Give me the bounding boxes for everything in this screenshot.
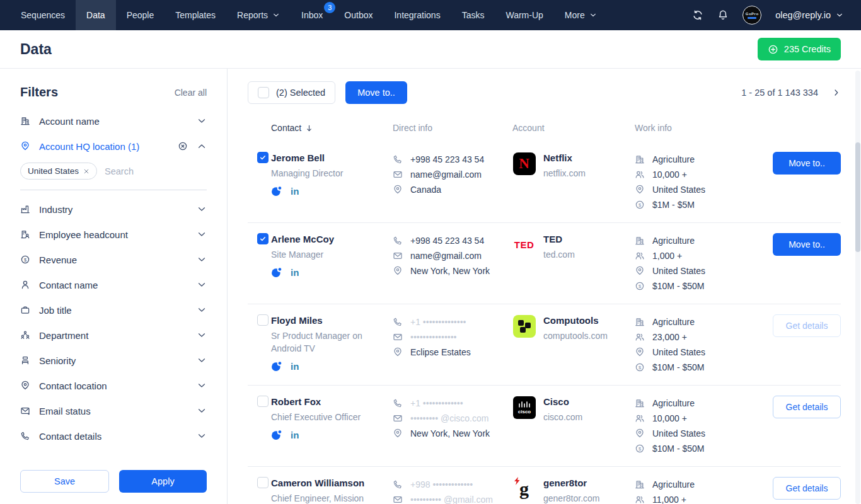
account-domain[interactable]: ted.com: [543, 248, 575, 261]
filter-label: Contact details: [39, 431, 101, 442]
crunchbase-icon[interactable]: [271, 430, 282, 440]
clear-all-link[interactable]: Clear all: [175, 88, 207, 98]
nav-item-outbox[interactable]: Outbox: [333, 0, 383, 30]
account-domain[interactable]: cisco.com: [543, 411, 582, 423]
work-info-line: 23,000 +: [635, 329, 756, 345]
filter-label: Industry: [39, 204, 72, 215]
nav-items: SequencesDataPeopleTemplatesReportsInbox…: [0, 0, 608, 30]
chevron-down-icon: [197, 381, 207, 391]
info-line: Canada: [393, 182, 512, 197]
sidebar-item-employee-headcount[interactable]: Employee headcount: [20, 222, 207, 247]
account-name[interactable]: TED: [543, 233, 575, 246]
sidebar-item-revenue[interactable]: $Revenue: [20, 247, 207, 272]
nav-item-people[interactable]: People: [116, 0, 165, 30]
sort-desc-icon: [305, 124, 313, 132]
sidebar-item-account-name[interactable]: Account name: [20, 108, 207, 134]
nav-item-inbox[interactable]: Inbox3: [291, 0, 333, 30]
sidebar-item-industry[interactable]: Industry: [20, 197, 207, 222]
sidebar-item-contact-details[interactable]: Contact details: [20, 423, 207, 449]
svg-text:$: $: [639, 202, 642, 208]
account-domain[interactable]: netflix.com: [543, 167, 586, 180]
nav-item-templates[interactable]: Templates: [165, 0, 226, 30]
sidebar-item-email-status[interactable]: Email status: [20, 398, 207, 423]
row-checkbox[interactable]: [257, 314, 269, 326]
column-header-contact[interactable]: Contact: [271, 123, 393, 133]
mail-plain-icon: [393, 413, 403, 423]
account-domain[interactable]: computools.com: [543, 329, 608, 342]
chip-remove-icon[interactable]: [83, 168, 90, 175]
crunchbase-icon[interactable]: [271, 186, 282, 197]
column-header-direct-info[interactable]: Direct info: [393, 123, 512, 133]
nav-item-warm-up[interactable]: Warm-Up: [495, 0, 553, 30]
linkedin-icon[interactable]: in: [291, 268, 299, 277]
move-to--button[interactable]: Move to..: [773, 233, 841, 256]
account-name[interactable]: Netflix: [543, 152, 586, 164]
contact-name[interactable]: Floyd Miles: [271, 314, 393, 327]
bell-icon[interactable]: [717, 9, 729, 21]
info-line: +998 •••••••••••••: [393, 477, 512, 492]
dollar-icon: $: [635, 281, 645, 291]
sidebar-item-account-hq-location-1-[interactable]: Account HQ location (1): [20, 134, 207, 159]
linkedin-icon[interactable]: in: [291, 430, 299, 440]
get-details-button[interactable]: Get details: [773, 477, 841, 500]
scrollbar-track[interactable]: [855, 71, 860, 504]
contact-name[interactable]: Arlene McCoy: [271, 233, 393, 246]
column-header-work-info[interactable]: Work info: [635, 123, 756, 133]
nav-item-reports[interactable]: Reports: [226, 0, 291, 30]
sidebar-item-department[interactable]: Department: [20, 323, 207, 348]
sidebar-item-job-title[interactable]: Job title: [20, 297, 207, 323]
nav-item-tasks[interactable]: Tasks: [451, 0, 495, 30]
dollar-icon: $: [635, 444, 645, 454]
account-menu[interactable]: oleg@reply.io: [775, 10, 843, 20]
nav-item-integrations[interactable]: Integrations: [383, 0, 451, 30]
chevron-down-icon: [197, 431, 207, 441]
pin-icon: [635, 185, 645, 195]
get-details-button[interactable]: Get details: [773, 396, 841, 418]
move-to--button[interactable]: Move to..: [773, 152, 841, 175]
sidebar-item-contact-location[interactable]: Contact location: [20, 373, 207, 398]
phone-icon: [393, 398, 403, 408]
contact-title: Chief Engineer, Mission Systems Business…: [271, 492, 393, 504]
row-checkbox[interactable]: [257, 152, 269, 163]
linkedin-icon[interactable]: in: [291, 362, 299, 371]
apply-button[interactable]: Apply: [119, 470, 207, 493]
credits-button[interactable]: 235 Credits: [758, 38, 841, 60]
sync-icon[interactable]: [692, 9, 703, 21]
account-name[interactable]: Computools: [543, 314, 608, 327]
get-details-button[interactable]: Get details: [773, 314, 841, 337]
account-name[interactable]: gener8tor: [543, 477, 600, 490]
sidebar-item-seniority[interactable]: Seniority: [20, 348, 207, 373]
row-checkbox[interactable]: [257, 477, 269, 488]
mail-plain-icon: [393, 169, 403, 180]
scrollbar-thumb[interactable]: [855, 142, 860, 252]
row-checkbox[interactable]: [257, 396, 269, 407]
next-page-button[interactable]: [832, 88, 841, 97]
nav-item-label: Integrations: [394, 10, 440, 20]
nav-item-sequences[interactable]: Sequences: [10, 0, 76, 30]
linkedin-icon[interactable]: in: [291, 186, 299, 196]
select-all-checkbox[interactable]: [258, 87, 269, 98]
sidebar-item-contact-name[interactable]: Contact name: [20, 272, 207, 297]
crunchbase-icon[interactable]: [271, 267, 282, 278]
people-icon: [635, 169, 645, 180]
nav-item-data[interactable]: Data: [76, 0, 116, 30]
circled-x-icon[interactable]: [178, 141, 188, 151]
selected-count-button[interactable]: (2) Selected: [248, 81, 335, 104]
nav-item-more[interactable]: More: [554, 0, 608, 30]
save-button[interactable]: Save: [20, 470, 109, 493]
contact-name[interactable]: Robert Fox: [271, 396, 393, 408]
column-header-account[interactable]: Account: [512, 123, 635, 133]
work-info-text: 11,000 +: [652, 492, 686, 504]
account-name[interactable]: Cisco: [543, 396, 582, 408]
contact-name[interactable]: Cameron Williamson: [271, 477, 393, 490]
crunchbase-icon[interactable]: [271, 361, 282, 372]
work-info-text: United States: [652, 345, 705, 360]
contact-name[interactable]: Jerome Bell: [271, 152, 393, 164]
avatar[interactable]: GoPro: [743, 6, 761, 25]
netflix-logo: N: [512, 152, 536, 175]
move-to-button[interactable]: Move to..: [345, 81, 407, 104]
table-row: Floyd MilesSr Product Manager on Android…: [248, 304, 841, 386]
account-domain[interactable]: gener8tor.com: [543, 492, 600, 504]
row-checkbox[interactable]: [257, 233, 269, 244]
filter-search-input[interactable]: [105, 166, 207, 176]
